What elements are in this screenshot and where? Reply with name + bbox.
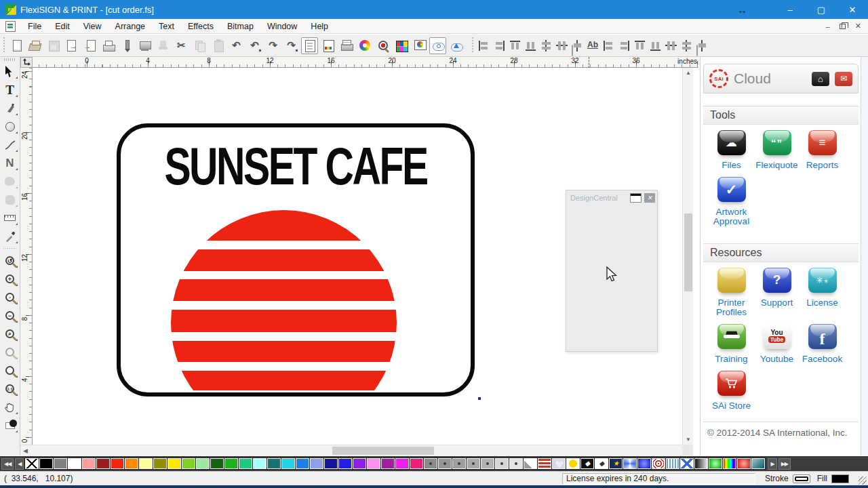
- palette-last-button[interactable]: ▶▶: [778, 458, 791, 470]
- rollup-button[interactable]: [630, 193, 642, 203]
- cloud-upload-button[interactable]: [448, 37, 465, 54]
- doc-restore-button[interactable]: [840, 24, 846, 29]
- color-swatch-1f1fe8[interactable]: [338, 458, 352, 469]
- color-swatch-ee1fee[interactable]: [395, 458, 409, 469]
- align-right-button[interactable]: [492, 39, 507, 53]
- distribute-right-button[interactable]: [617, 39, 631, 53]
- cloud-item-facebook[interactable]: fFacebook: [800, 324, 845, 364]
- cloud-item-label[interactable]: Reports: [806, 161, 838, 170]
- menu-bitmap[interactable]: Bitmap: [220, 20, 260, 33]
- fill-swatch[interactable]: [831, 474, 849, 483]
- gears-icon[interactable]: ✳✳: [808, 268, 837, 293]
- zoom-out-tool[interactable]: −: [1, 306, 19, 325]
- distribute-bottom-button[interactable]: [648, 39, 663, 53]
- cloud-item-label[interactable]: Facebook: [802, 354, 842, 364]
- redo-button[interactable]: ↷: [264, 37, 281, 54]
- minimize-button[interactable]: –: [774, 0, 806, 19]
- align-left-button[interactable]: [477, 39, 491, 53]
- color-swatch-ee1f77[interactable]: [410, 458, 423, 469]
- color-swatch-8f8f00[interactable]: [153, 458, 167, 469]
- distribute-center-h-button[interactable]: [664, 39, 678, 53]
- pattern-swatch-grad-teal[interactable]: [751, 458, 765, 469]
- gold-icon[interactable]: [717, 268, 746, 293]
- cloud-item-flexiquote[interactable]: “”Flexiquote: [754, 130, 800, 170]
- title-bar[interactable]: FS FlexiSIGN & PRINT - [cut order.fs] ↔ …: [0, 0, 868, 19]
- cloud-item-label[interactable]: SAi Store: [712, 401, 751, 411]
- sign-artwork[interactable]: SUNSET CAFE: [117, 123, 475, 396]
- youtube-icon[interactable]: YouTube: [763, 324, 791, 349]
- menu-text[interactable]: Text: [152, 20, 181, 33]
- question-icon[interactable]: ?: [763, 268, 791, 293]
- color-swatch-a8ffff[interactable]: [253, 458, 267, 469]
- cloud-item-license[interactable]: ✳✳License: [800, 268, 845, 317]
- align-center-horizontal-button[interactable]: [555, 39, 569, 53]
- menu-arrange[interactable]: Arrange: [108, 20, 152, 33]
- distribute-left-button[interactable]: [601, 39, 616, 53]
- pattern-swatch-glow-blue[interactable]: [637, 458, 651, 469]
- color-swatch-157373[interactable]: [267, 458, 281, 469]
- pattern-swatch-stripes[interactable]: [666, 458, 679, 469]
- align-baseline-button[interactable]: [586, 39, 600, 53]
- undo-multiple-button[interactable]: ↶: [246, 37, 263, 54]
- pattern-swatch-splat[interactable]: [552, 458, 566, 469]
- align-toolbar-grip[interactable]: [471, 37, 474, 54]
- horizontal-ruler[interactable]: inches 04812162024283236: [33, 57, 698, 68]
- menu-window[interactable]: Window: [260, 20, 304, 33]
- cloud-item-label[interactable]: Files: [722, 161, 741, 170]
- pattern-swatch-diamond-dark[interactable]: ◆: [580, 458, 594, 469]
- color-swatch-ff9e9e[interactable]: [82, 458, 96, 469]
- color-swatch-ff8fee[interactable]: [367, 458, 380, 469]
- color-monitor-button[interactable]: [411, 37, 428, 54]
- pattern-swatch-dot[interactable]: [495, 458, 509, 469]
- pattern-swatch-dot[interactable]: [438, 458, 452, 469]
- shape-tool[interactable]: [1, 172, 19, 190]
- pattern-swatch-cross[interactable]: [680, 458, 694, 469]
- color-swatch-9fe89f[interactable]: [196, 458, 210, 469]
- cart-icon[interactable]: [717, 371, 746, 396]
- ruler-origin-button[interactable]: [20, 57, 33, 68]
- print-button[interactable]: [100, 37, 117, 54]
- color-swatch-1fd3e8[interactable]: [281, 458, 295, 469]
- color-mixer-button[interactable]: [356, 37, 373, 54]
- color-swatch-808080[interactable]: [54, 458, 67, 469]
- color-swatch-ffff9e[interactable]: [139, 458, 153, 469]
- cloud-item-printer-profiles[interactable]: Printer Profiles: [709, 268, 754, 317]
- color-swatch-f22613[interactable]: [111, 458, 124, 469]
- scroll-left-arrow[interactable]: ◀: [20, 445, 31, 456]
- pattern-swatch-star[interactable]: ★: [609, 458, 623, 469]
- pattern-swatch-swirl[interactable]: [623, 458, 637, 469]
- vertical-scroll-thumb[interactable]: [684, 214, 692, 291]
- cloud-item-label[interactable]: License: [806, 298, 838, 308]
- undo-button[interactable]: ↶: [228, 37, 245, 54]
- pattern-swatch-glow-red[interactable]: [737, 458, 751, 469]
- pan-tool[interactable]: [1, 398, 19, 416]
- export-file-button[interactable]: [81, 37, 98, 54]
- color-swatch-7ed321[interactable]: [182, 458, 195, 469]
- maximize-button[interactable]: ▢: [806, 0, 837, 19]
- menu-effects[interactable]: Effects: [181, 20, 220, 33]
- copy-button[interactable]: [191, 37, 208, 54]
- gradcap-icon[interactable]: [717, 324, 746, 349]
- horizontal-scroll-thumb[interactable]: [332, 447, 434, 455]
- distribute-top-button[interactable]: [633, 39, 647, 53]
- pattern-swatch-dot[interactable]: [481, 458, 494, 469]
- scroll-down-arrow[interactable]: ▼: [683, 434, 694, 445]
- path-edit-tool[interactable]: N: [1, 154, 19, 172]
- sign-title-text[interactable]: SUNSET CAFE: [149, 136, 442, 197]
- facebook-icon[interactable]: f: [808, 324, 837, 349]
- zoom-previous-tool[interactable]: ↺: [1, 251, 19, 270]
- pattern-swatch-brick[interactable]: [538, 458, 551, 469]
- palette-prev-button[interactable]: ◀: [15, 458, 24, 470]
- cloud-item-label[interactable]: Youtube: [760, 354, 793, 364]
- stamp-button[interactable]: [155, 37, 172, 54]
- doc-close-button[interactable]: ✕: [855, 22, 861, 30]
- mail-icon[interactable]: ✉: [835, 72, 852, 86]
- menu-file[interactable]: File: [21, 20, 48, 33]
- fill-editor-button[interactable]: [319, 37, 336, 54]
- horizontal-scrollbar[interactable]: ◀ ▶: [20, 445, 693, 455]
- cloud-item-youtube[interactable]: YouTubeYoutube: [754, 324, 800, 364]
- color-swatch-156315[interactable]: [210, 458, 224, 469]
- zoom-page-tool[interactable]: ▫: [1, 288, 19, 306]
- color-swatches-button[interactable]: [393, 37, 410, 54]
- cloud-item-label[interactable]: Flexiquote: [755, 161, 797, 170]
